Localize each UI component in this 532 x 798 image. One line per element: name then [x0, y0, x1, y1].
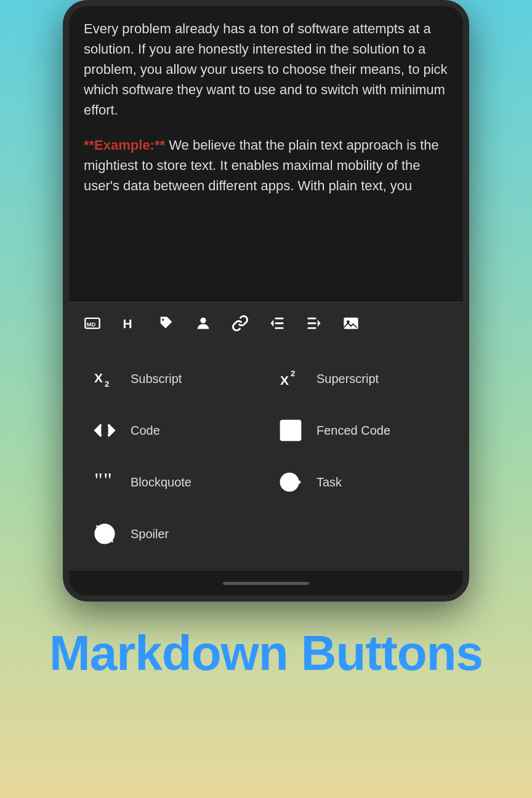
blockquote-icon: " " [91, 469, 118, 496]
fenced-code-icon [277, 417, 304, 444]
task-label: Task [316, 475, 342, 490]
svg-text:MD: MD [87, 321, 96, 328]
subscript-menu-item[interactable]: X 2 Subscript [81, 354, 265, 403]
svg-text:2: 2 [105, 379, 109, 389]
blockquote-menu-item[interactable]: " " Blockquote [81, 457, 265, 507]
toolbar: MD H [69, 302, 463, 344]
fenced-code-label: Fenced Code [316, 424, 390, 438]
svg-rect-4 [275, 318, 284, 320]
blockquote-label: Blockquote [131, 475, 191, 490]
subscript-label: Subscript [131, 372, 182, 386]
svg-text:": " [94, 470, 103, 491]
code-label: Code [131, 424, 160, 438]
subscript-icon: X 2 [91, 365, 118, 392]
image-toolbar-btn[interactable] [334, 307, 368, 339]
menu-grid: X 2 Subscript X 2 [81, 354, 451, 558]
phone-wrapper: Every problem already has a ton of softw… [63, 0, 469, 602]
outdent-toolbar-btn[interactable] [260, 307, 294, 339]
svg-rect-18 [281, 421, 300, 440]
svg-rect-5 [275, 323, 284, 324]
svg-rect-10 [308, 327, 316, 329]
example-bold-label: **Example:** [84, 137, 165, 153]
tag-toolbar-btn[interactable] [149, 307, 183, 339]
task-menu-item[interactable]: Task [267, 457, 451, 507]
text-content-area: Every problem already has a ton of softw… [69, 6, 463, 302]
svg-rect-6 [275, 327, 284, 329]
code-menu-item[interactable]: Code [81, 406, 265, 455]
superscript-icon: X 2 [277, 365, 304, 392]
svg-marker-7 [271, 320, 274, 327]
spoiler-icon [91, 520, 118, 547]
indent-toolbar-btn[interactable] [297, 307, 331, 339]
markdown-toolbar-btn[interactable]: MD [75, 307, 110, 339]
phone-screen: Every problem already has a ton of softw… [69, 6, 463, 595]
phone-frame: Every problem already has a ton of softw… [63, 0, 469, 602]
superscript-label: Superscript [316, 372, 379, 386]
svg-text:X: X [94, 371, 103, 385]
person-toolbar-btn[interactable] [186, 307, 220, 339]
svg-text:X: X [280, 373, 289, 387]
svg-text:": " [103, 470, 112, 491]
superscript-menu-item[interactable]: X 2 Superscript [267, 354, 451, 403]
spoiler-label: Spoiler [131, 527, 169, 541]
bottom-menu: X 2 Subscript X 2 [69, 344, 463, 571]
spoiler-menu-item[interactable]: Spoiler [81, 509, 265, 558]
home-bar-indicator [223, 582, 309, 585]
heading-toolbar-btn[interactable]: H [112, 307, 147, 339]
paragraph-2: **Example:** We believe that the plain t… [84, 135, 448, 196]
svg-point-3 [200, 318, 206, 323]
page-title: Markdown Buttons [25, 626, 507, 680]
task-icon [277, 469, 304, 496]
svg-text:H: H [123, 316, 132, 331]
home-bar [69, 571, 463, 595]
fenced-code-menu-item[interactable]: Fenced Code [267, 406, 451, 455]
svg-rect-9 [308, 323, 316, 324]
bottom-title-section: Markdown Buttons [0, 602, 532, 699]
svg-rect-8 [308, 318, 316, 320]
paragraph-1: Every problem already has a ton of softw… [84, 18, 448, 120]
svg-text:2: 2 [291, 369, 295, 378]
code-icon [91, 417, 118, 444]
svg-marker-11 [318, 320, 321, 327]
link-toolbar-btn[interactable] [223, 307, 257, 339]
